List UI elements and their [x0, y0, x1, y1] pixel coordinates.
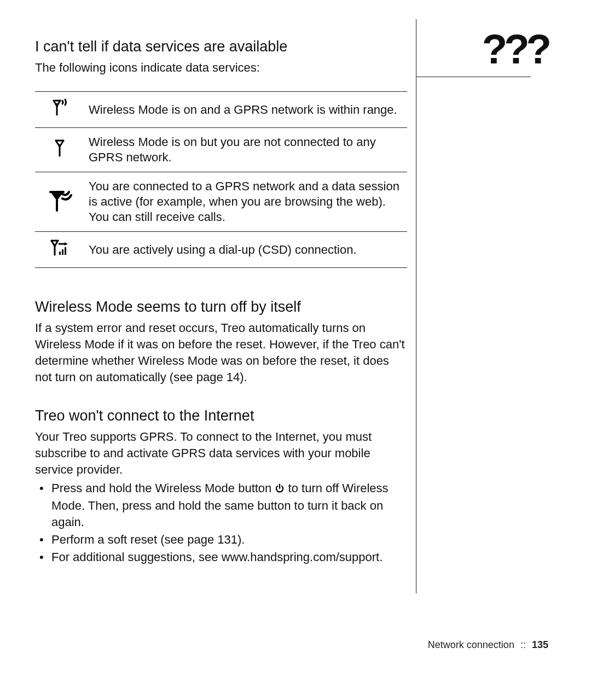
icon-desc: Wireless Mode is on and a GPRS network i…	[89, 92, 407, 128]
icon-desc: You are actively using a dial-up (CSD) c…	[89, 232, 407, 268]
horizontal-rule-right	[416, 77, 531, 77]
table-row: Wireless Mode is on and a GPRS network i…	[35, 92, 407, 128]
power-icon	[275, 481, 285, 498]
svg-rect-16	[59, 252, 61, 255]
table-row: Wireless Mode is on but you are not conn…	[35, 128, 407, 172]
footer-section-name: Network connection	[428, 639, 514, 650]
section-lead-treo-internet: Your Treo supports GPRS. To connect to t…	[35, 429, 407, 478]
section-body-wireless-mode-off: If a system error and reset occurs, Treo…	[35, 320, 407, 386]
section-heading-treo-internet: Treo won't connect to the Internet	[35, 407, 407, 424]
svg-rect-18	[65, 247, 66, 255]
svg-line-7	[60, 141, 63, 147]
icon-table: Wireless Mode is on and a GPRS network i…	[35, 91, 407, 268]
antenna-csd-dialup-icon	[49, 246, 70, 260]
antenna-gprs-in-range-icon	[50, 106, 69, 120]
section-heading-wireless-mode-off: Wireless Mode seems to turn off by itsel…	[35, 299, 407, 316]
page-footer: Network connection :: 135	[428, 639, 548, 651]
section-lead-data-services: The following icons indicate data servic…	[35, 60, 407, 76]
table-row: You are actively using a dial-up (CSD) c…	[35, 232, 407, 268]
icon-desc: You are connected to a GPRS network and …	[89, 172, 407, 232]
antenna-gprs-active-icon	[47, 202, 72, 215]
section-heading-data-services: I can't tell if data services are availa…	[35, 38, 407, 55]
svg-rect-17	[62, 249, 63, 255]
footer-page-number: 135	[532, 639, 548, 650]
footer-separator: ::	[517, 639, 529, 650]
svg-marker-15	[65, 242, 68, 246]
bullet-list: Press and hold the Wireless Mode button …	[35, 480, 407, 565]
table-row: You are connected to a GPRS network and …	[35, 172, 407, 232]
icon-desc: Wireless Mode is on but you are not conn…	[89, 128, 407, 172]
antenna-no-gprs-icon	[51, 147, 68, 161]
vertical-rule	[416, 19, 416, 593]
list-item: Press and hold the Wireless Mode button …	[35, 480, 407, 530]
svg-line-6	[56, 141, 60, 147]
question-marks-icon: ???	[482, 28, 548, 70]
list-item: For additional suggestions, see www.hand…	[35, 549, 407, 565]
bullet-text-pre: Press and hold the Wireless Mode button	[51, 481, 275, 495]
list-item: Perform a soft reset (see page 131).	[35, 532, 407, 548]
